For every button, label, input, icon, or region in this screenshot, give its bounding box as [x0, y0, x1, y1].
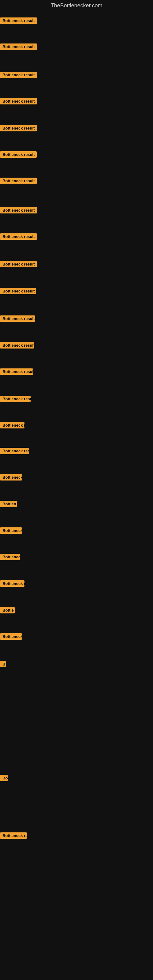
bottleneck-result-badge[interactable]: Bottleneck result — [0, 18, 37, 24]
badge-row-17: Bottleneck resu — [0, 448, 29, 455]
badge-row-22: Bottleneck r — [0, 580, 24, 588]
badge-row-15: Bottleneck resul — [0, 396, 30, 403]
bottleneck-result-badge[interactable]: Bo — [0, 775, 8, 781]
badge-row-14: Bottleneck result — [0, 368, 33, 376]
badge-row-20: Bottleneck — [0, 527, 22, 535]
bottleneck-result-badge[interactable]: Bottleneck resu — [0, 448, 29, 454]
bottleneck-result-badge[interactable]: Bottleneck result — [0, 125, 37, 131]
badge-row-8: Bottleneck result — [0, 207, 37, 215]
badge-row-21: Bottlenec — [0, 554, 20, 562]
bottleneck-result-badge[interactable]: Bottlen — [0, 501, 17, 507]
badge-row-10: Bottleneck result — [0, 261, 37, 269]
bottleneck-result-badge[interactable]: Bottleneck result — [0, 288, 36, 294]
badge-row-13: Bottleneck result — [0, 342, 34, 350]
bottleneck-result-badge[interactable]: Bottleneck result — [0, 151, 37, 158]
badge-row-12: Bottleneck result — [0, 315, 35, 323]
bottleneck-result-badge[interactable]: Bottleneck result — [0, 315, 35, 322]
badge-row-16: Bottleneck r — [0, 422, 24, 430]
bottleneck-result-badge[interactable]: Bottleneck result — [0, 342, 34, 348]
bottleneck-result-badge[interactable]: Bottleneck r — [0, 422, 24, 428]
badge-row-27: Bo — [0, 775, 8, 783]
bottleneck-result-badge[interactable]: Bottleneck result — [0, 98, 37, 105]
bottleneck-result-badge[interactable]: Bottleneck result — [0, 72, 37, 78]
bottleneck-result-badge[interactable]: Bottleneck result — [0, 43, 37, 50]
bottleneck-result-badge[interactable]: Bottleneck result — [0, 261, 37, 267]
site-title: TheBottlenecker.com — [0, 0, 153, 11]
badge-row-18: Bottleneck — [0, 474, 22, 482]
badge-row-2: Bottleneck result — [0, 43, 37, 51]
badge-row-25: B — [0, 661, 6, 668]
bottleneck-result-badge[interactable]: Bottleneck re — [0, 832, 27, 839]
bottleneck-result-badge[interactable]: Bottleneck result — [0, 368, 33, 375]
badge-row-1: Bottleneck result — [0, 18, 37, 25]
badge-row-5: Bottleneck result — [0, 125, 37, 133]
bottleneck-result-badge[interactable]: Bottleneck result — [0, 233, 37, 240]
badge-row-4: Bottleneck result — [0, 98, 37, 106]
badge-row-24: Bottleneck — [0, 633, 22, 641]
badge-row-3: Bottleneck result — [0, 72, 37, 79]
badge-row-6: Bottleneck result — [0, 151, 37, 159]
badge-row-11: Bottleneck result — [0, 288, 36, 296]
badge-row-23: Bottle — [0, 607, 15, 615]
badge-row-7: Bottleneck result — [0, 178, 37, 185]
bottleneck-result-badge[interactable]: B — [0, 661, 6, 667]
bottleneck-result-badge[interactable]: Bottleneck result — [0, 207, 37, 213]
bottleneck-result-badge[interactable]: Bottleneck r — [0, 580, 24, 587]
bottleneck-result-badge[interactable]: Bottle — [0, 607, 15, 613]
bottleneck-result-badge[interactable]: Bottleneck — [0, 474, 22, 480]
bottleneck-result-badge[interactable]: Bottleneck result — [0, 178, 37, 184]
badge-row-9: Bottleneck result — [0, 233, 37, 241]
bottleneck-result-badge[interactable]: Bottleneck resul — [0, 396, 30, 402]
bottleneck-result-badge[interactable]: Bottleneck — [0, 527, 22, 534]
badge-row-28: Bottleneck re — [0, 832, 27, 840]
bottleneck-result-badge[interactable]: Bottleneck — [0, 633, 22, 640]
badge-row-19: Bottlen — [0, 501, 17, 508]
bottleneck-result-badge[interactable]: Bottlenec — [0, 554, 20, 560]
